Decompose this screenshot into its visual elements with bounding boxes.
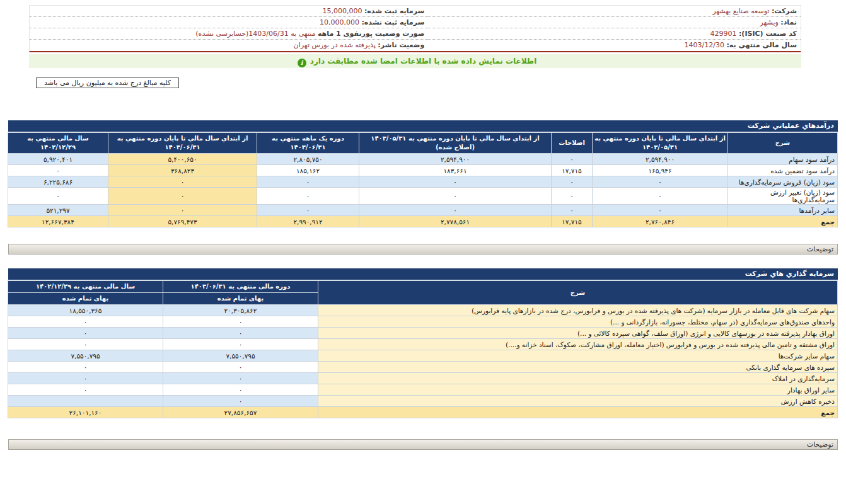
col-one-month: دوره يک ماهه منتهي به ۱۴۰۳/۰۶/۳۱ (257, 133, 359, 154)
value-cell: ۰ (552, 154, 593, 165)
unregistered-capital-row: سرمایه ثبت نشده: 10,000,000 (30, 17, 428, 28)
fiscal-year-value: 1403/12/30 (685, 41, 724, 49)
company-row: شرکت: توسعه صنایع بهشهر (428, 6, 801, 17)
units-note: کلیه مبالغ درج شده به میلیون ریال می باش… (36, 77, 179, 88)
value-cell-highlighted: ۰ (108, 176, 257, 188)
value-cell: ۰ (163, 373, 318, 384)
row-label-cell: سایر درآمدها (728, 205, 838, 216)
industry-code-row: کد صنعت (ISIC): 429901 (428, 28, 801, 40)
value-cell: ۰ (359, 205, 552, 216)
company-name-value: توسعه صنایع بهشهر (712, 7, 769, 15)
unregistered-capital-label: سرمایه ثبت نشده: (361, 18, 424, 26)
statement-period-value: منتهی به 1403/06/31(حسابرسی نشده) (195, 30, 315, 38)
col-ytd-0531: از ابتداي سال مالي تا پايان دوره منتهي ب… (593, 133, 728, 154)
total-value-cell: ۲,۷۶۰,۸۴۶ (593, 216, 728, 227)
unregistered-capital-value: 10,000,000 (320, 18, 359, 26)
row-label-cell: واحدهای صندوق‌های سرمایه‌گذاری (در سهام،… (318, 316, 838, 328)
total-value-cell: ۲,۷۷۸,۵۶۱ (359, 216, 552, 227)
value-cell: ۰ (257, 205, 359, 216)
statement-title-label: صورت وضعیت پورتفوی 1 ماهه (318, 30, 424, 38)
value-cell (8, 396, 163, 407)
table-row: سهام شرکت های قابل معامله در بازار سرمای… (8, 305, 838, 316)
table-row: سود (زیان) تغییر ارزش سرمایه‌گذاری‌ها ۰ … (8, 188, 838, 205)
signed-data-notice: اطلاعات نمایش داده شده با اطلاعات امضا ش… (29, 54, 801, 68)
value-cell-highlighted: ۰ (108, 188, 257, 205)
table-row: واحدهای صندوق‌های سرمایه‌گذاری (در سهام،… (8, 316, 838, 328)
value-cell: ۰ (593, 188, 728, 205)
table-row: اوراق بهادار پذیرفته شده در بورسهای کالا… (8, 328, 838, 339)
row-label-cell: سود (زیان) تغییر ارزش سرمایه‌گذاری‌ها (728, 188, 838, 205)
fiscal-year-row: سال مالی منتهی به: 1403/12/30 (428, 40, 801, 51)
row-label-cell: درآمد سود تضمین شده (728, 165, 838, 176)
value-cell: ۵۲۱,۲۹۷ (8, 205, 108, 216)
table-row: سایر اوراق بهادار ۰ ۰ (8, 384, 838, 396)
value-cell: ۶,۲۲۵,۶۸۶ (8, 176, 108, 188)
company-label: شرکت: (772, 7, 797, 15)
operational-revenues-section: درآمدهاي عملياتي شركت شرح از ابتداي سال … (8, 120, 838, 227)
total-value-cell: ۱۷,۷۱۵ (552, 216, 593, 227)
row-label-cell: اوراق مشتقه و تامین مالی پذیرفته شده در … (318, 339, 838, 350)
statement-title-row: صورت وضعیت پورتفوی 1 ماهه منتهی به 1403/… (30, 28, 428, 40)
value-cell: ۰ (552, 176, 593, 188)
capital-status-info: سرمایه ثبت شده: 15,000,000 سرمایه ثبت نش… (30, 6, 428, 51)
info-icon (298, 59, 306, 67)
symbol-row: نماد: وبشهر (428, 17, 801, 28)
col-ytd-0631: از ابتداي سال مالي تا پايان دوره منتهي ب… (108, 133, 257, 154)
value-cell: ۷,۵۵۰,۷۹۵ (163, 350, 318, 362)
fiscal-year-label: سال مالی منتهی به: (726, 41, 797, 49)
issuer-status-value: پذیرفته شده در بورس تهران (294, 41, 376, 49)
value-cell: ۰ (8, 328, 163, 339)
value-cell: ۰ (8, 188, 108, 205)
value-cell: ۰ (163, 316, 318, 328)
table-row: سرمایه‌گذاری در املاک ۰ ۰ (8, 373, 838, 384)
value-cell: ۰ (8, 362, 163, 373)
row-label-cell: سرمایه‌گذاری در املاک (318, 373, 838, 384)
value-cell: ۱۸,۵۵۰,۳۶۵ (8, 305, 163, 316)
revenues-table-title: درآمدهاي عملياتي شركت (8, 120, 838, 132)
revenues-header-row: شرح از ابتداي سال مالي تا پايان دوره منت… (8, 133, 838, 154)
units-note-row: کلیه مبالغ درج شده به میلیون ریال می باش… (36, 76, 801, 88)
value-cell: ۷,۵۵۰,۷۹۵ (8, 350, 163, 362)
explanations-toggle[interactable]: توضیحات (8, 439, 838, 450)
row-label-cell: سود (زیان) فروش سرمایه‌گذاری‌ها (728, 176, 838, 188)
codal-portfolio-report-page: شرکت: توسعه صنایع بهشهر نماد: وبشهر کد ص… (0, 5, 846, 504)
col-prev-fiscal-year: سال مالي منتهي به ۱۴۰۲/۱۲/۲۹ (8, 133, 108, 154)
row-label-cell: سایر اوراق بهادار (318, 384, 838, 396)
value-cell: ۱۸۳,۶۶۱ (359, 165, 552, 176)
investments-table-title: سرمايه گذاري هاي شركت (8, 268, 838, 280)
value-cell: ۲,۵۹۴,۹۰۰ (359, 154, 552, 165)
value-cell: ۱۶۵,۹۴۶ (593, 165, 728, 176)
table-row: سایر درآمدها ۰ ۰ ۰ ۰ ۰ ۵۲۱,۲۹۷ (8, 205, 838, 216)
row-label-cell: ذخیره کاهش ارزش (318, 396, 838, 407)
issuer-status-row: وضعیت ناشر: پذیرفته شده در بورس تهران (30, 40, 428, 51)
subcol-cost-prev: بهای تمام شده (8, 293, 163, 305)
col-description: شرح (728, 133, 838, 154)
table-row: سپرده های سرمایه گذاری بانکی ۰ ۰ (8, 362, 838, 373)
company-info-panel: شرکت: توسعه صنایع بهشهر نماد: وبشهر کد ص… (29, 5, 801, 52)
registered-capital-value: 15,000,000 (322, 7, 362, 15)
subcol-cost-current: بهای تمام شده (163, 293, 318, 305)
issuer-status-label: وضعیت ناشر: (378, 41, 424, 49)
value-cell: ۰ (257, 176, 359, 188)
value-cell: ۰ (8, 165, 108, 176)
table-row: درآمد سود سهام ۲,۵۹۴,۹۰۰ ۰ ۲,۵۹۴,۹۰۰ ۲,۸… (8, 154, 838, 165)
value-cell: ۰ (8, 373, 163, 384)
value-cell-highlighted: ۳۶۸,۸۲۳ (108, 165, 257, 176)
table-row: ذخیره کاهش ارزش ۰ (8, 396, 838, 407)
row-label-cell: سهام سایر شرکت‌ها (318, 350, 838, 362)
explanations-toggle[interactable]: توضیحات (8, 244, 838, 255)
table-row: سود (زیان) فروش سرمایه‌گذاری‌ها ۰ ۰ ۰ ۰ … (8, 176, 838, 188)
total-row: جمع ۲,۷۶۰,۸۴۶ ۱۷,۷۱۵ ۲,۷۷۸,۵۶۱ ۲,۹۹۰,۹۱۲… (8, 216, 838, 227)
table-row: درآمد سود تضمین شده ۱۶۵,۹۴۶ ۱۷,۷۱۵ ۱۸۳,۶… (8, 165, 838, 176)
value-cell: ۰ (359, 188, 552, 205)
total-value-cell: ۲,۹۹۰,۹۱۲ (257, 216, 359, 227)
col-prev-fiscal-year: سال مالی منتهی به ۱۴۰۲/۱۲/۲۹ (8, 281, 163, 293)
registered-capital-row: سرمایه ثبت شده: 15,000,000 (30, 6, 428, 17)
symbol-value: وبشهر (760, 18, 778, 26)
total-value-cell: ۵,۷۶۹,۴۷۳ (108, 216, 257, 227)
value-cell: ۰ (163, 328, 318, 339)
row-label-cell: سهام شرکت های قابل معامله در بازار سرمای… (318, 305, 838, 316)
row-label-cell: سپرده های سرمایه گذاری بانکی (318, 362, 838, 373)
total-value-cell: ۲۶,۱۰۱,۱۶۰ (8, 407, 163, 418)
symbol-label: نماد: (780, 18, 797, 26)
